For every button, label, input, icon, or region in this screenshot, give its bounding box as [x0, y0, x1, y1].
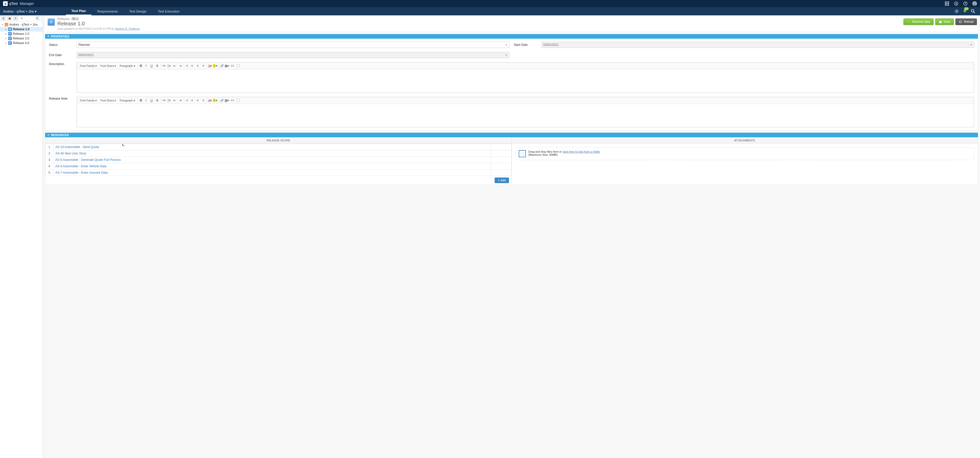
font-family-dd[interactable]: Font Family▾ — [78, 64, 99, 68]
paragraph-dd[interactable]: Paragraph▾ — [118, 99, 137, 103]
tab-test-design[interactable]: Test Design — [124, 7, 152, 15]
sidebar-toggle[interactable] — [36, 16, 42, 20]
record-id-tag: RL-1 — [71, 17, 80, 21]
expand-icon[interactable]: ▸ — [5, 28, 7, 30]
expand-icon[interactable]: ▸ — [5, 37, 7, 40]
italic-icon[interactable]: I — [143, 63, 149, 68]
scope-link[interactable]: AS-7 Automobile - Enter Insurant Data — [55, 171, 108, 175]
underline-icon[interactable]: U — [149, 98, 154, 103]
table-row[interactable]: 1AS-10 Automobile - Send Quote — [46, 144, 512, 150]
font-family-dd[interactable]: Font Family▾ — [78, 99, 99, 103]
properties-header[interactable]: ▼ PROPERTIES — [45, 34, 978, 39]
font-sizes-dd[interactable]: Font Sizes▾ — [99, 64, 118, 68]
font-sizes-dd[interactable]: Font Sizes▾ — [99, 99, 118, 103]
fullscreen-icon[interactable]: ⛶ — [235, 63, 241, 68]
text-color-icon[interactable]: A▾ — [207, 63, 212, 68]
strike-icon[interactable]: S — [155, 98, 160, 103]
scope-link[interactable]: AS-10 Automobile - Send Quote — [55, 145, 99, 149]
collapse-caret-icon: ▼ — [47, 35, 49, 38]
expand-icon[interactable]: ▸ — [5, 33, 7, 35]
text-color-icon[interactable]: A▾ — [207, 98, 212, 103]
fullscreen-icon[interactable]: ⛶ — [235, 98, 241, 103]
collapse-icon[interactable]: ▾ — [1, 23, 3, 26]
settings-gear-icon[interactable] — [955, 9, 959, 14]
table-icon[interactable]: ▦▾ — [224, 63, 229, 68]
tree-tool-3[interactable]: ⎘ — [13, 16, 18, 20]
paragraph-dd[interactable]: Paragraph▾ — [118, 64, 137, 68]
align-center-icon[interactable]: ≡ — [189, 63, 195, 68]
align-center-icon[interactable]: ≡ — [189, 98, 195, 103]
reload-button[interactable]: Reload — [955, 18, 977, 25]
attach-browse-link[interactable]: click here to pick from a folder — [563, 150, 600, 153]
help-icon[interactable] — [963, 1, 968, 6]
resources-header[interactable]: ▼ RESOURCES — [45, 133, 978, 137]
tab-requirements[interactable]: Requirements — [91, 7, 124, 15]
release-note-textarea[interactable] — [77, 104, 974, 127]
tree-root[interactable]: ▾ ⌂ Andres - qTest + Jira — [0, 22, 43, 27]
search-icon[interactable] — [971, 9, 975, 14]
align-justify-icon[interactable]: ≡ — [201, 63, 206, 68]
bold-icon[interactable]: B — [138, 63, 143, 68]
table-icon[interactable]: ▦▾ — [224, 98, 229, 103]
status-select[interactable]: Planned ▼ — [76, 42, 509, 48]
table-row[interactable]: 5AS-7 Automobile - Enter Insurant Data — [46, 170, 512, 176]
scope-link[interactable]: AS-5 Automobile - Generate Quote Full Pr… — [55, 158, 121, 162]
tree-release-3[interactable]: ▸ R Release 3.0 — [0, 36, 43, 41]
filter-icon[interactable]: ▼ — [19, 16, 24, 20]
align-left-icon[interactable]: ≡ — [184, 63, 189, 68]
underline-icon[interactable]: U — [149, 63, 154, 68]
add-scope-button[interactable]: + Add — [495, 178, 509, 183]
code-icon[interactable]: <> — [230, 63, 235, 68]
attachments-dropzone[interactable]: ⬚ Drag and drop files here or click here… — [515, 147, 974, 160]
retrieve-data-button[interactable]: Retrieve data — [904, 18, 933, 25]
updated-by-link[interactable]: Andres G. Potdevin — [115, 27, 140, 30]
tab-test-plan[interactable]: Test Plan — [66, 7, 92, 15]
align-justify-icon[interactable]: ≡ — [201, 98, 206, 103]
description-textarea[interactable] — [77, 69, 974, 92]
bold-icon[interactable]: B — [138, 98, 143, 103]
start-date-input[interactable]: 03/02/2021 ▼ — [541, 42, 974, 48]
number-list-icon[interactable]: 1≡ — [167, 63, 172, 68]
save-button[interactable]: Save — [935, 18, 954, 25]
outdent-icon[interactable]: ⇤ — [172, 63, 177, 68]
download-icon[interactable] — [954, 1, 958, 6]
end-date-input[interactable]: 03/02/2021 ▼ — [76, 52, 509, 58]
tab-test-execution[interactable]: Test Execution — [152, 7, 185, 15]
attachments-header: ATTACHMENTS — [512, 137, 978, 144]
number-list-icon[interactable]: 1≡ — [167, 98, 172, 103]
code-icon[interactable]: <> — [230, 98, 235, 103]
table-row[interactable]: 4AS-6 Automobile - Enter Vehicle Data — [46, 163, 512, 170]
align-right-icon[interactable]: ≡ — [195, 98, 200, 103]
notifications-bell[interactable]: 20 — [963, 9, 967, 14]
tree-tool-2[interactable]: ▣ — [7, 16, 12, 20]
bg-color-icon[interactable]: A▾ — [213, 63, 218, 68]
table-row[interactable]: 3AS-5 Automobile - Generate Quote Full P… — [46, 157, 512, 163]
apps-grid-icon[interactable] — [945, 1, 949, 6]
start-date-label: Start Date — [514, 43, 537, 47]
expand-icon[interactable]: ▸ — [5, 42, 7, 44]
align-left-icon[interactable]: ≡ — [184, 98, 189, 103]
tree-release-2[interactable]: ▸ R Release 2.0 — [0, 32, 43, 36]
tree-release-1[interactable]: ▸ R Release 1.0 — [0, 27, 43, 32]
bullet-list-icon[interactable]: •≡ — [161, 98, 166, 103]
link-icon[interactable]: 🔗 — [219, 63, 224, 68]
italic-icon[interactable]: I — [143, 98, 149, 103]
bg-color-icon[interactable]: A▾ — [213, 98, 218, 103]
tree-release-4[interactable]: ▸ R Release 4.0 — [0, 41, 43, 45]
scope-link[interactable]: AS-45 New User Story — [55, 152, 86, 155]
end-date-label: End Date — [49, 53, 72, 57]
outdent-icon[interactable]: ⇤ — [172, 98, 177, 103]
table-row[interactable]: 2AS-45 New User Story — [46, 150, 512, 157]
align-right-icon[interactable]: ≡ — [195, 63, 200, 68]
tree-tool-1[interactable]: ☰ — [1, 16, 6, 20]
indent-icon[interactable]: ⇥ — [178, 98, 183, 103]
link-icon[interactable]: 🔗 — [219, 98, 224, 103]
user-avatar-icon[interactable] — [972, 1, 977, 6]
release-icon: R — [8, 37, 12, 40]
project-dropdown[interactable]: Andres - qTest + Jira ▾ — [3, 10, 40, 13]
strike-icon[interactable]: S — [155, 63, 160, 68]
scope-link[interactable]: AS-6 Automobile - Enter Vehicle Data — [55, 164, 106, 168]
bullet-list-icon[interactable]: •≡ — [161, 63, 166, 68]
indent-icon[interactable]: ⇥ — [178, 63, 183, 68]
svg-point-12 — [974, 2, 975, 4]
